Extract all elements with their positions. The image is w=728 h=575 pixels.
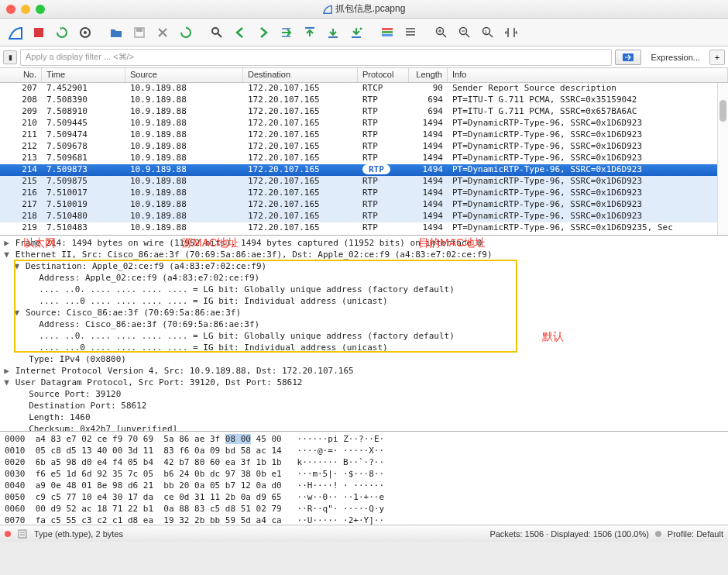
go-last-button[interactable] <box>322 22 344 43</box>
profile-bullet-icon <box>655 531 661 537</box>
packet-list-pane[interactable]: No. Time Source Destination Protocol Len… <box>0 68 728 236</box>
open-file-button[interactable] <box>105 22 127 43</box>
colorize-button[interactable] <box>376 22 398 43</box>
packet-row[interactable]: 2107.50944510.9.189.88172.20.107.165RTP1… <box>0 118 728 129</box>
col-length[interactable]: Length <box>409 68 448 82</box>
svg-point-2 <box>84 31 87 34</box>
save-file-button[interactable] <box>129 22 150 43</box>
packet-details-pane[interactable]: 以太网 源MAC地址 目的MAC地址 默认 ▶ Frame 214: 1494 … <box>0 236 728 432</box>
tree-ip[interactable]: ▶ Internet Protocol Version 4, Src: 10.9… <box>3 365 725 377</box>
packet-row[interactable]: 2117.50947410.9.189.88172.20.107.165RTP1… <box>0 129 728 141</box>
svg-rect-15 <box>382 34 393 36</box>
tree-frame[interactable]: ▶ Frame 214: 1494 bytes on wire (11952 b… <box>3 237 725 249</box>
stop-capture-button[interactable] <box>28 22 50 43</box>
tree-udp-dstport[interactable]: Destination Port: 58612 <box>3 400 725 411</box>
hex-row[interactable]: 0000 a4 83 e7 02 ce f9 70 69 5a 86 ae 3f… <box>5 433 723 445</box>
tree-udp-chk[interactable]: Checksum: 0x42b7 [unverified] <box>3 423 725 432</box>
tree-eth-dst-ig[interactable]: .... ...0 .... .... .... .... = IG bit: … <box>3 295 725 307</box>
svg-text:1: 1 <box>485 29 488 33</box>
window-title: 抓包信息.pcapng <box>0 2 728 15</box>
packet-list-scrollbar[interactable] <box>717 83 728 235</box>
close-file-button[interactable] <box>152 22 173 43</box>
status-bar: Type (eth.type), 2 bytes Packets: 1506 ·… <box>0 525 728 542</box>
svg-line-24 <box>466 34 469 37</box>
go-to-packet-button[interactable] <box>276 22 297 43</box>
main-toolbar: 1 <box>0 19 728 46</box>
tree-udp-len[interactable]: Length: 1460 <box>3 411 725 423</box>
tree-udp-srcport[interactable]: Source Port: 39120 <box>3 388 725 400</box>
start-capture-button[interactable] <box>5 22 26 43</box>
status-field: Type (eth.type), 2 bytes <box>34 529 123 539</box>
svg-rect-4 <box>136 28 143 32</box>
col-time[interactable]: Time <box>42 68 125 82</box>
col-no[interactable]: No. <box>0 68 42 82</box>
packet-row[interactable]: 2077.45290110.9.189.88172.20.107.165RTCP… <box>0 83 728 95</box>
svg-line-6 <box>218 33 221 37</box>
packet-row[interactable]: 2137.50968110.9.189.88172.20.107.165RTP1… <box>0 153 728 164</box>
svg-point-12 <box>360 27 362 29</box>
packet-row[interactable]: 2177.51001910.9.189.88172.20.107.165RTP1… <box>0 199 728 211</box>
tree-eth-type[interactable]: Type: IPv4 (0x0800) <box>3 353 725 365</box>
hex-row[interactable]: 0020 6b a5 98 d0 e4 f4 05 b4 42 b7 80 60… <box>5 456 723 468</box>
expert-info-icon[interactable] <box>5 531 11 537</box>
reload-button[interactable] <box>175 22 197 43</box>
tree-eth-src[interactable]: ▼ Source: Cisco_86:ae:3f (70:69:5a:86:ae… <box>3 307 725 318</box>
zoom-in-button[interactable] <box>431 22 452 43</box>
titlebar: 抓包信息.pcapng <box>0 0 728 19</box>
tree-ethernet[interactable]: ▼ Ethernet II, Src: Cisco_86:ae:3f (70:6… <box>3 249 725 260</box>
packet-row[interactable]: 2097.50891010.9.189.88172.20.107.165RTP6… <box>0 106 728 118</box>
tree-udp[interactable]: ▼ User Datagram Protocol, Src Port: 3912… <box>3 377 725 388</box>
col-source[interactable]: Source <box>125 68 243 82</box>
status-packets: Packets: 1506 · Displayed: 1506 (100.0%) <box>489 529 648 539</box>
find-button[interactable] <box>206 22 228 43</box>
zoom-reset-button[interactable]: 1 <box>477 22 499 43</box>
packet-row[interactable]: 2157.50987510.9.189.88172.20.107.165RTP1… <box>0 176 728 188</box>
packet-row[interactable]: 2197.51048310.9.189.88172.20.107.165RTP1… <box>0 222 728 234</box>
hex-row[interactable]: 0070 fa c5 55 c3 c2 c1 d8 ea 19 32 2b bb… <box>5 515 723 525</box>
svg-rect-14 <box>382 31 393 33</box>
go-back-button[interactable] <box>229 22 251 43</box>
packet-row[interactable]: 2087.50839010.9.189.88172.20.107.165RTP6… <box>0 95 728 106</box>
annotation-default: 默认 <box>542 330 564 344</box>
col-destination[interactable]: Destination <box>243 68 358 82</box>
resize-columns-button[interactable] <box>500 22 522 43</box>
display-filter-input[interactable]: Apply a display filter ... <⌘/> <box>20 49 612 66</box>
packet-row[interactable]: 2167.51001710.9.189.88172.20.107.165RTP1… <box>0 188 728 199</box>
hex-row[interactable]: 0050 c9 c5 77 10 e4 30 17 da ce 0d 31 11… <box>5 491 723 503</box>
tree-eth-dst-addr[interactable]: Address: Apple_02:ce:f9 (a4:83:e7:02:ce:… <box>3 272 725 284</box>
columns-button[interactable] <box>400 22 421 43</box>
go-forward-button[interactable] <box>252 22 274 43</box>
add-filter-button[interactable]: + <box>709 50 725 65</box>
hex-row[interactable]: 0060 00 d9 52 ac 18 71 22 b1 0a 88 83 c5… <box>5 503 723 515</box>
zoom-out-button[interactable] <box>454 22 476 43</box>
tree-eth-src-ig[interactable]: .... ...0 .... .... .... .... = IG bit: … <box>3 342 725 353</box>
capture-file-icon <box>17 529 28 539</box>
tree-eth-src-lg[interactable]: .... ..0. .... .... .... .... = LG bit: … <box>3 330 725 342</box>
svg-line-20 <box>443 34 446 37</box>
expression-button[interactable]: Expression... <box>644 53 706 62</box>
packet-row[interactable]: 2187.51048010.9.189.88172.20.107.165RTP1… <box>0 211 728 222</box>
bookmark-filter-button[interactable]: ▮ <box>3 50 17 64</box>
svg-rect-0 <box>34 28 43 37</box>
hex-row[interactable]: 0040 a9 0e 48 01 8e 98 d6 21 bb 20 0a 05… <box>5 480 723 491</box>
svg-point-5 <box>212 28 218 34</box>
capture-options-button[interactable] <box>74 22 96 43</box>
hex-row[interactable]: 0010 05 c8 d5 13 40 00 3d 11 83 f6 0a 09… <box>5 445 723 456</box>
go-first-button[interactable] <box>299 22 321 43</box>
hex-row[interactable]: 0030 f6 e5 1d 6d 92 35 7c 05 b6 24 0b dc… <box>5 468 723 480</box>
apply-filter-button[interactable] <box>615 50 641 65</box>
restart-capture-button[interactable] <box>51 22 73 43</box>
packet-row[interactable]: 2127.50967810.9.189.88172.20.107.165RTP1… <box>0 141 728 153</box>
packet-bytes-pane[interactable]: 0000 a4 83 e7 02 ce f9 70 69 5a 86 ae 3f… <box>0 432 728 525</box>
col-info[interactable]: Info <box>448 68 728 82</box>
annotation-dst-mac: 目的MAC地址 <box>418 236 486 250</box>
tree-eth-dst[interactable]: ▼ Destination: Apple_02:ce:f9 (a4:83:e7:… <box>3 260 725 272</box>
tree-eth-src-addr[interactable]: Address: Cisco_86:ae:3f (70:69:5a:86:ae:… <box>3 318 725 330</box>
svg-rect-13 <box>382 28 393 30</box>
packet-list-header[interactable]: No. Time Source Destination Protocol Len… <box>0 68 728 83</box>
col-protocol[interactable]: Protocol <box>358 68 409 82</box>
packet-row[interactable]: 2147.50987310.9.189.88172.20.107.165RTP1… <box>0 164 728 176</box>
tree-eth-dst-lg[interactable]: .... ..0. .... .... .... .... = LG bit: … <box>3 284 725 295</box>
status-profile[interactable]: Profile: Default <box>668 529 723 539</box>
autoscroll-button[interactable] <box>345 22 367 43</box>
